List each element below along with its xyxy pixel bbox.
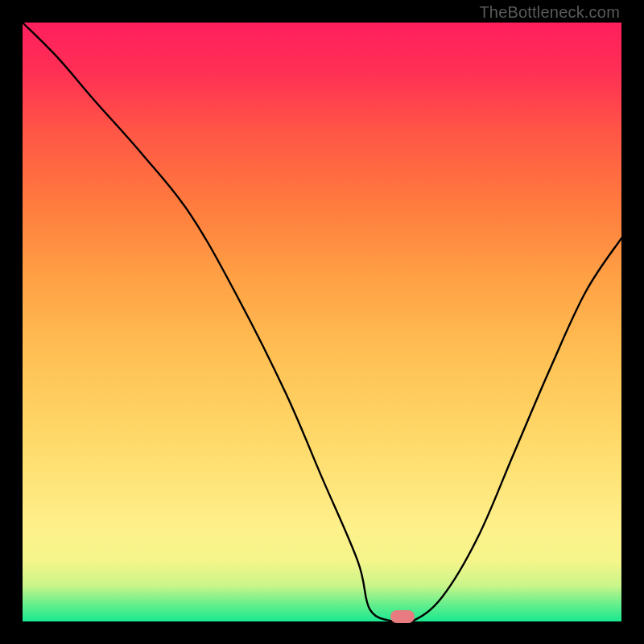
optimal-marker [390, 610, 415, 623]
chart-frame: TheBottleneck.com [0, 0, 644, 644]
plot-area [23, 23, 621, 621]
curve-path [23, 23, 621, 624]
watermark-text: TheBottleneck.com [479, 3, 620, 22]
bottleneck-curve [23, 23, 621, 621]
